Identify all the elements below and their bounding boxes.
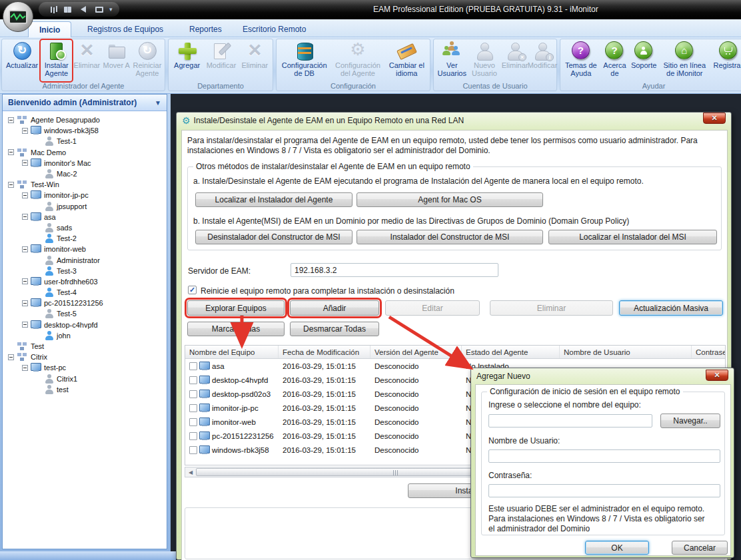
- computer-name-input[interactable]: [488, 414, 652, 427]
- browse-button[interactable]: Navegar..: [660, 414, 720, 428]
- tree-item-mac-demo[interactable]: Mac Demo: [3, 147, 167, 158]
- chevron-down-icon[interactable]: ▼: [155, 99, 161, 107]
- column-header-versi-n-del-agente[interactable]: Versión del Agente: [370, 346, 462, 358]
- tree-expander-icon[interactable]: [22, 192, 28, 198]
- tree-item-test-2[interactable]: Test-2: [3, 233, 167, 244]
- ribbon-button-acerca-de[interactable]: ?Acerca de: [600, 40, 630, 81]
- modified-date-cell: 2016-03-29, 15:01:15: [279, 418, 370, 426]
- sidebar-header[interactable]: Bienvenido admin (Administrator) ▼: [3, 95, 167, 111]
- column-header-contrase-a[interactable]: Contraseña: [692, 346, 726, 358]
- button-actualizaci-n-masiva[interactable]: Actualización Masiva: [619, 300, 723, 316]
- button-localizar-el-instalador-del-msi[interactable]: Localizar el Instalador del MSI: [548, 230, 717, 244]
- chevron-down-icon[interactable]: ▾: [109, 6, 113, 13]
- tree-expander-icon[interactable]: [22, 300, 28, 306]
- ribbon-button-configuraci-n-de-db[interactable]: Configuración de DB: [278, 40, 331, 81]
- row-checkbox[interactable]: [189, 362, 197, 370]
- row-checkbox[interactable]: [189, 376, 197, 384]
- tree-item-imonitor-web[interactable]: imonitor-web: [3, 244, 167, 254]
- tree-item-test-4[interactable]: Test-4: [3, 287, 167, 298]
- tree-item-jpsupport[interactable]: jpsupport: [3, 201, 167, 212]
- reboot-checkbox[interactable]: ✓: [188, 286, 197, 294]
- tree-item-administrator[interactable]: Administrator: [3, 254, 167, 265]
- tree-item-imonitor-s-mac[interactable]: imonitor's Mac: [3, 158, 167, 168]
- tree-expander-icon[interactable]: [8, 149, 14, 155]
- column-header-nombre-de-usuario[interactable]: Nombre de Usuario: [560, 346, 692, 358]
- screen-icon[interactable]: [93, 4, 105, 15]
- username-input[interactable]: [488, 449, 720, 463]
- tree-item-windows-rbk3j58[interactable]: windows-rbk3j58: [3, 125, 167, 136]
- tree-item-test-win[interactable]: Test-Win: [3, 179, 167, 190]
- tree-expander-icon[interactable]: [8, 182, 14, 188]
- button-a-adir[interactable]: Añadir: [290, 300, 379, 316]
- tree-expander-icon[interactable]: [22, 246, 28, 252]
- tree-item-pc-201512231256[interactable]: pc-201512231256: [3, 298, 167, 308]
- tree-item-imonitor-jp-pc[interactable]: imonitor-jp-pc: [3, 190, 167, 200]
- row-checkbox[interactable]: [189, 446, 197, 454]
- tree-item-sads[interactable]: sads: [3, 222, 167, 233]
- tree-expander-icon[interactable]: [22, 214, 28, 220]
- ribbon-button-cambiar-el-idioma[interactable]: Cambiar el idioma: [385, 40, 428, 81]
- tree-item-citrix1[interactable]: Citrix1: [3, 374, 167, 384]
- row-checkbox[interactable]: [189, 418, 197, 426]
- app-logo-icon[interactable]: [3, 1, 33, 32]
- report-book-icon[interactable]: [61, 4, 73, 15]
- row-checkbox[interactable]: [189, 404, 197, 412]
- ok-button[interactable]: OK: [585, 541, 649, 555]
- button-explorar-equipos[interactable]: Explorar Equipos: [187, 300, 285, 316]
- button-desmarcar-todas[interactable]: Desmarcar Todas: [290, 322, 379, 336]
- volume-icon[interactable]: [77, 4, 89, 15]
- ribbon-button-instalar-agente[interactable]: Instalar Agente: [41, 40, 72, 81]
- tree-expander-icon[interactable]: [22, 128, 28, 134]
- tree-item-agente-desagrupado[interactable]: Agente Desagrupado: [3, 115, 167, 125]
- password-input[interactable]: [488, 484, 720, 497]
- tree-expander-icon[interactable]: [22, 365, 28, 371]
- tree-expander-icon[interactable]: [22, 322, 28, 328]
- row-checkbox[interactable]: [189, 390, 197, 398]
- tree-expander-icon[interactable]: [22, 160, 28, 166]
- column-header-fecha-de-modificaci-n[interactable]: Fecha de Modificación: [279, 346, 370, 358]
- button-marcar-todas[interactable]: Marcar Todas: [187, 322, 285, 336]
- tab-reportes[interactable]: Reportes: [179, 21, 233, 37]
- tree-expander-icon[interactable]: [8, 354, 14, 360]
- tab-registros-de-equipos[interactable]: Registros de Equipos: [77, 21, 174, 37]
- ribbon-button-soporte[interactable]: Soporte: [629, 40, 658, 81]
- tree-item-test-1[interactable]: Test-1: [3, 136, 167, 146]
- tree-item-citrix[interactable]: Citrix: [3, 352, 167, 362]
- column-header-nombre-del-equipo[interactable]: Nombre del Equipo: [185, 346, 279, 358]
- tab-escritorio-remoto[interactable]: Escritorio Remoto: [232, 21, 317, 37]
- ribbon-button-temas-de-ayuda[interactable]: ?Temas de Ayuda: [562, 40, 600, 81]
- tree-item-test-pc[interactable]: test-pc: [3, 362, 167, 373]
- ribbon-button-ver-usuarios[interactable]: Ver Usuarios: [435, 40, 469, 81]
- scroll-left-icon[interactable]: ◀: [185, 467, 196, 477]
- tree-item-test[interactable]: Test: [3, 341, 167, 352]
- chart-icon[interactable]: [45, 4, 57, 15]
- row-checkbox[interactable]: [189, 432, 197, 440]
- tree-item-mac-2[interactable]: Mac-2: [3, 168, 167, 179]
- cancel-button[interactable]: Cancelar: [672, 541, 728, 555]
- tree-item-user-bfrdhhe603[interactable]: user-bfrdhhe603: [3, 276, 167, 287]
- ribbon-button-agregar[interactable]: Agregar: [170, 40, 204, 81]
- ribbon-button-registrar[interactable]: Registrar: [711, 40, 741, 81]
- tree-item-test-5[interactable]: Test-5: [3, 308, 167, 319]
- button-desinstalador-del-constructor-de-msi[interactable]: Desinstalador del Constructor de MSI: [195, 230, 353, 244]
- tree-item-asa[interactable]: asa: [3, 212, 167, 222]
- button-instalador-del-constructor-de-msi[interactable]: Instalador del Constructor de MSI: [357, 230, 543, 244]
- computer-icon: [199, 418, 210, 427]
- button-localizar-el-instalador-del-agente[interactable]: Localizar el Instalador del Agente: [195, 192, 353, 207]
- tree-expander-icon[interactable]: [8, 117, 14, 123]
- ribbon-button-sitio-en-l-nea-de-imonitor[interactable]: ⌂Sitio en línea de iMonitor: [658, 40, 711, 81]
- tree-expander-icon[interactable]: [22, 278, 28, 284]
- tree-item-test-3[interactable]: Test-3: [3, 266, 167, 276]
- tree-item-john[interactable]: john: [3, 330, 167, 341]
- tree-item-test[interactable]: test: [3, 384, 167, 395]
- server-input[interactable]: 192.168.3.2: [291, 263, 498, 277]
- button-agent-for-mac-os[interactable]: Agent for Mac OS: [357, 192, 543, 207]
- close-icon[interactable]: ✕: [703, 113, 726, 124]
- column-header-estado-del-agente[interactable]: Estado del Agente: [462, 346, 560, 358]
- group-icon: [17, 115, 28, 125]
- close-icon[interactable]: ✕: [706, 370, 728, 381]
- ribbon-button-actualizar[interactable]: Actualizar: [3, 40, 41, 81]
- tab-inicio[interactable]: Inicio: [28, 21, 71, 37]
- tree-item-label: sads: [57, 224, 72, 232]
- tree-item-desktop-c4hvpfd[interactable]: desktop-c4hvpfd: [3, 320, 167, 330]
